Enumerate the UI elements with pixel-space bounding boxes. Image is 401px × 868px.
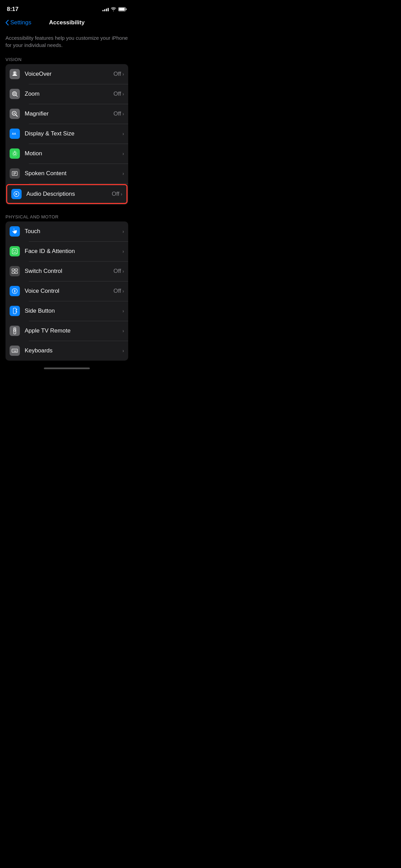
apple-tv-remote-label: Apple TV Remote bbox=[25, 327, 71, 334]
voiceover-content: VoiceOver Off › bbox=[25, 71, 124, 77]
side-button-icon bbox=[10, 306, 20, 316]
switch-control-content: Switch Control Off › bbox=[25, 268, 124, 275]
status-icons bbox=[102, 7, 127, 11]
magnifier-item[interactable]: Magnifier Off › bbox=[5, 104, 128, 124]
back-button[interactable]: Settings bbox=[5, 19, 31, 26]
display-text-right: › bbox=[122, 131, 124, 136]
svg-point-3 bbox=[14, 72, 16, 74]
switch-control-label: Switch Control bbox=[25, 268, 62, 275]
section-header-vision: VISION bbox=[0, 54, 134, 64]
apple-tv-remote-item[interactable]: Apple TV Remote › bbox=[5, 321, 128, 341]
display-text-label: Display & Text Size bbox=[25, 130, 74, 137]
switch-control-chevron: › bbox=[122, 268, 124, 274]
motion-content: Motion › bbox=[25, 150, 124, 157]
svg-point-13 bbox=[14, 153, 16, 155]
zoom-item[interactable]: Zoom Off › bbox=[5, 84, 128, 104]
voice-control-label: Voice Control bbox=[25, 288, 59, 294]
home-indicator bbox=[44, 367, 90, 369]
motion-item[interactable]: Motion › bbox=[5, 144, 128, 164]
display-text-icon: AA bbox=[10, 129, 20, 139]
voiceover-right: Off › bbox=[113, 71, 124, 77]
voiceover-label: VoiceOver bbox=[25, 71, 51, 77]
magnifier-value: Off bbox=[113, 110, 121, 117]
face-id-chevron: › bbox=[122, 249, 124, 254]
motion-label: Motion bbox=[25, 150, 42, 157]
svg-point-22 bbox=[13, 250, 14, 251]
magnifier-icon bbox=[10, 109, 20, 119]
keyboards-label: Keyboards bbox=[25, 347, 52, 354]
svg-point-14 bbox=[12, 151, 17, 156]
switch-control-item[interactable]: Switch Control Off › bbox=[5, 261, 128, 281]
page-title: Accessibility bbox=[49, 19, 85, 26]
nav-bar: Settings Accessibility bbox=[0, 16, 134, 30]
spoken-content-icon bbox=[10, 168, 20, 179]
switch-control-value: Off bbox=[113, 268, 121, 275]
zoom-chevron: › bbox=[122, 91, 124, 97]
audio-descriptions-value: Off bbox=[112, 191, 119, 197]
voice-control-right: Off › bbox=[113, 288, 124, 294]
voice-control-value: Off bbox=[113, 288, 121, 294]
keyboards-content: Keyboards › bbox=[25, 347, 124, 354]
apple-tv-remote-chevron: › bbox=[122, 328, 124, 334]
side-button-item[interactable]: Side Button › bbox=[5, 301, 128, 321]
zoom-icon bbox=[10, 89, 20, 99]
touch-icon bbox=[10, 226, 20, 237]
keyboards-icon bbox=[10, 346, 20, 356]
side-button-content: Side Button › bbox=[25, 308, 124, 314]
apple-tv-remote-right: › bbox=[122, 328, 124, 334]
display-text-chevron: › bbox=[122, 131, 124, 136]
audio-descriptions-label: Audio Descriptions bbox=[26, 191, 75, 197]
section-header-physical: PHYSICAL AND MOTOR bbox=[0, 212, 134, 221]
voice-control-item[interactable]: Voice Control Off › bbox=[5, 281, 128, 301]
svg-rect-21 bbox=[12, 249, 17, 254]
display-text-size-item[interactable]: AA Display & Text Size › bbox=[5, 124, 128, 144]
audio-descriptions-icon bbox=[11, 189, 22, 199]
keyboards-item[interactable]: Keyboards › bbox=[5, 341, 128, 361]
switch-control-right: Off › bbox=[113, 268, 124, 275]
spoken-content-content: Spoken Content › bbox=[25, 170, 124, 177]
zoom-value: Off bbox=[113, 91, 121, 97]
svg-point-23 bbox=[15, 250, 16, 251]
voiceover-item[interactable]: VoiceOver Off › bbox=[5, 64, 128, 84]
svg-rect-30 bbox=[13, 308, 16, 314]
spoken-content-right: › bbox=[122, 171, 124, 176]
face-id-label: Face ID & Attention bbox=[25, 248, 75, 255]
voiceover-chevron: › bbox=[122, 71, 124, 77]
voice-control-content: Voice Control Off › bbox=[25, 288, 124, 294]
audio-descriptions-item[interactable]: Audio Descriptions Off › bbox=[6, 184, 127, 204]
svg-point-29 bbox=[14, 290, 15, 291]
magnifier-chevron: › bbox=[122, 111, 124, 117]
zoom-label: Zoom bbox=[25, 91, 39, 97]
svg-rect-24 bbox=[12, 269, 15, 270]
spoken-content-chevron: › bbox=[122, 171, 124, 176]
voiceover-icon bbox=[10, 69, 20, 79]
page-description: Accessibility features help you customiz… bbox=[0, 30, 134, 54]
keyboards-right: › bbox=[122, 348, 124, 353]
face-id-right: › bbox=[122, 249, 124, 254]
battery-icon bbox=[118, 7, 127, 11]
svg-line-9 bbox=[16, 115, 17, 117]
display-text-content: Display & Text Size › bbox=[25, 130, 124, 137]
svg-rect-25 bbox=[15, 269, 18, 270]
spoken-content-item[interactable]: Spoken Content › bbox=[5, 164, 128, 183]
apple-tv-remote-content: Apple TV Remote › bbox=[25, 327, 124, 334]
face-id-item[interactable]: Face ID & Attention › bbox=[5, 241, 128, 261]
audio-descriptions-right: Off › bbox=[112, 191, 122, 197]
voice-control-icon bbox=[10, 286, 20, 296]
zoom-right: Off › bbox=[113, 91, 124, 97]
back-label: Settings bbox=[10, 19, 31, 26]
touch-item[interactable]: Touch › bbox=[5, 221, 128, 241]
touch-label: Touch bbox=[25, 228, 40, 235]
physical-settings-group: Touch › Face ID & Attention › bbox=[5, 221, 128, 361]
audio-descriptions-chevron: › bbox=[121, 191, 122, 197]
touch-right: › bbox=[122, 229, 124, 234]
voice-control-chevron: › bbox=[122, 288, 124, 294]
svg-point-33 bbox=[14, 330, 16, 331]
svg-point-34 bbox=[14, 332, 15, 333]
svg-point-7 bbox=[14, 93, 15, 95]
motion-right: › bbox=[122, 151, 124, 156]
svg-point-15 bbox=[14, 151, 15, 152]
audio-descriptions-content: Audio Descriptions Off › bbox=[26, 191, 122, 197]
status-bar: 8:17 bbox=[0, 0, 134, 16]
side-button-label: Side Button bbox=[25, 308, 55, 314]
